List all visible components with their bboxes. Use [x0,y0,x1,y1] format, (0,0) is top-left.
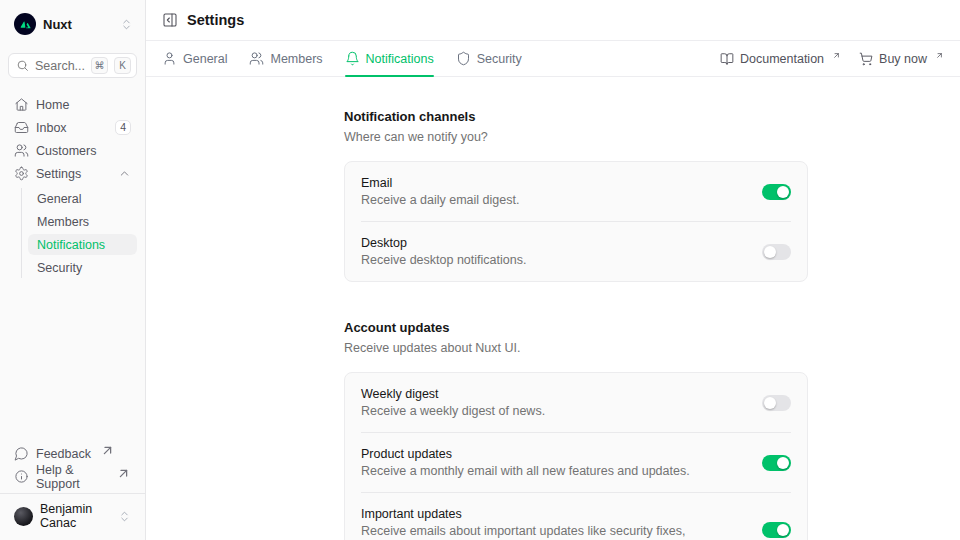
email-toggle[interactable] [762,184,791,200]
sidebar-item-label: Inbox [36,121,67,135]
tab-label: Members [270,52,322,66]
gear-icon [14,166,29,181]
sidebar-item-label: Home [36,98,69,112]
weekly-digest-toggle[interactable] [762,395,791,411]
tabs: General Members Notifications Security [162,41,522,76]
sidebar-item-help-support[interactable]: Help & Support [8,466,137,487]
settings-card: Email Receive a daily email digest. Desk… [344,161,808,282]
bell-icon [345,51,360,66]
subitem-label: General [37,192,81,206]
external-link-icon [100,443,115,458]
shopping-cart-icon [859,52,873,66]
chevrons-up-down-icon [120,18,133,31]
tab-label: Security [477,52,522,66]
sidebar-subitem-notifications[interactable]: Notifications [28,234,137,255]
shield-icon [456,51,471,66]
desktop-toggle[interactable] [762,244,791,260]
sidebar-subitem-security[interactable]: Security [28,257,137,278]
user-avatar [14,507,33,526]
sidebar-item-label: Feedback [36,447,91,461]
book-open-icon [720,52,734,66]
setting-row-important-updates: Important updates Receive emails about i… [345,493,807,540]
inbox-count-badge: 4 [115,120,131,135]
sidebar-item-customers[interactable]: Customers [8,140,137,161]
sidebar-subitem-members[interactable]: Members [28,211,137,232]
action-label: Documentation [740,52,824,66]
setting-title: Desktop [361,236,746,250]
tab-general[interactable]: General [162,41,227,76]
user-icon [162,51,177,66]
setting-row-product-updates: Product updates Receive a monthly email … [345,433,807,492]
section-notification-channels: Notification channels Where can we notif… [344,109,808,282]
subitem-label: Members [37,215,89,229]
setting-row-weekly-digest: Weekly digest Receive a weekly digest of… [345,373,807,432]
setting-title: Product updates [361,447,746,461]
sidebar-subitem-general[interactable]: General [28,188,137,209]
setting-title: Weekly digest [361,387,746,401]
info-circle-icon [14,469,29,484]
users-icon [249,51,264,66]
nuxt-logo-icon [14,13,36,35]
sidebar-item-label: Settings [36,167,81,181]
tab-notifications[interactable]: Notifications [345,41,434,76]
setting-description: Receive a daily email digest. [361,193,746,207]
sidebar-footer: Feedback Help & Support [8,443,137,493]
section-description: Receive updates about Nuxt UI. [344,341,808,355]
buy-now-button[interactable]: Buy now [859,51,944,67]
important-updates-toggle[interactable] [762,522,791,538]
home-icon [14,97,29,112]
section-title: Notification channels [344,109,808,124]
settings-subnav: General Members Notifications Security [21,188,137,278]
sidebar-item-home[interactable]: Home [8,94,137,115]
setting-description: Receive a monthly email with all new fea… [361,464,746,478]
sidebar-item-settings[interactable]: Settings [8,163,137,184]
section-description: Where can we notify you? [344,130,808,144]
product-updates-toggle[interactable] [762,455,791,471]
tab-security[interactable]: Security [456,41,522,76]
workspace-switcher[interactable]: Nuxt [8,8,137,40]
section-account-updates: Account updates Receive updates about Nu… [344,320,808,540]
chat-bubble-icon [14,446,29,461]
chevron-up-icon [118,167,131,180]
panel-collapse-icon[interactable] [162,12,178,28]
page-title: Settings [187,12,244,28]
sidebar-item-label: Customers [36,144,96,158]
setting-title: Important updates [361,507,746,521]
subitem-label: Notifications [37,238,105,252]
setting-description: Receive emails about important updates l… [361,524,746,540]
settings-content: Notification channels Where can we notif… [146,77,960,540]
setting-row-desktop: Desktop Receive desktop notifications. [345,222,807,281]
search-input[interactable]: Search... ⌘ K [8,53,137,78]
user-menu[interactable]: Benjamin Canac [8,494,137,532]
sidebar-spacer [8,278,137,443]
search-placeholder: Search... [35,59,85,73]
kbd-k: K [114,57,131,74]
section-title: Account updates [344,320,808,335]
sidebar-item-label: Help & Support [36,463,107,491]
action-label: Buy now [879,52,927,66]
tab-label: General [183,52,227,66]
sidebar-item-inbox[interactable]: Inbox 4 [8,117,137,138]
workspace-name: Nuxt [43,17,72,32]
tab-label: Notifications [366,52,434,66]
users-icon [14,143,29,158]
kbd-command: ⌘ [91,57,108,74]
subitem-label: Security [37,261,82,275]
setting-description: Receive a weekly digest of news. [361,404,746,418]
tab-members[interactable]: Members [249,41,322,76]
search-icon [16,59,29,72]
page-header: Settings [146,0,960,41]
external-link-icon [116,466,131,481]
external-link-icon [935,51,944,60]
header-actions: Documentation Buy now [720,51,944,67]
sidebar-item-feedback[interactable]: Feedback [8,443,137,464]
chevrons-up-down-icon [118,510,131,523]
external-link-icon [832,51,841,60]
sidebar: Nuxt Search... ⌘ K Home Inbox 4 Customer… [0,0,146,540]
documentation-link[interactable]: Documentation [720,51,841,67]
main-panel: Settings General Members Notifications S… [146,0,960,540]
setting-row-email: Email Receive a daily email digest. [345,162,807,221]
tab-bar: General Members Notifications Security D… [146,41,960,77]
inbox-icon [14,120,29,135]
settings-card: Weekly digest Receive a weekly digest of… [344,372,808,540]
